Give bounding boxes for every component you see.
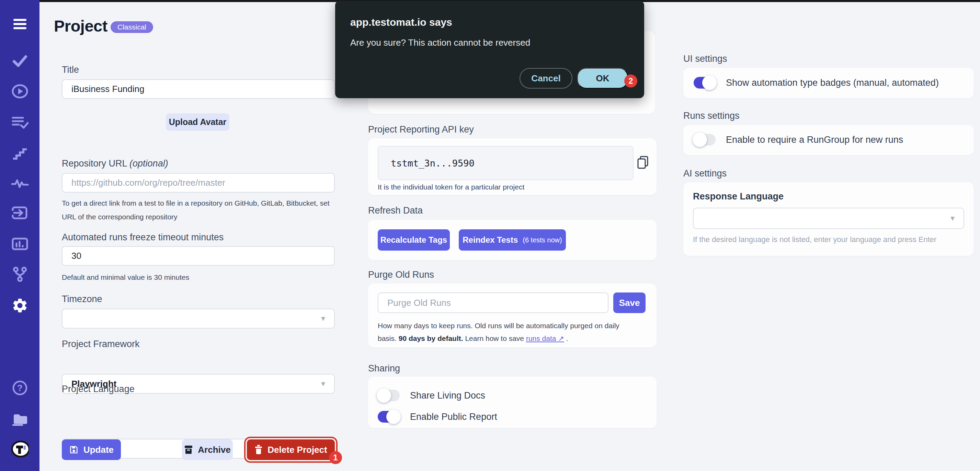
purge-help-text2: Learn how to save [463,334,526,342]
require-rungroup-label: Enable to require a RunGroup for new run… [726,135,903,145]
refresh-data-card: Recalculate Tags Reindex Tests (6 tests … [368,220,657,260]
enable-public-report-row: Enable Public Report [378,411,497,423]
runs-settings-label: Runs settings [683,111,740,121]
freeze-timeout-help: Default and minimal value is 30 minutes [62,271,335,284]
project-type-badge: Classical [111,21,153,33]
update-button[interactable]: Update [62,439,121,460]
purge-old-runs-input-field[interactable] [387,298,599,308]
require-rungroup-row: Enable to require a RunGroup for new run… [694,134,903,146]
title-input[interactable] [62,79,335,99]
external-link-icon: ↗ [558,334,564,342]
automation-badges-label: Show automation type badges (manual, aut… [726,78,939,88]
freeze-timeout-input-field[interactable] [72,251,325,261]
refresh-data-label: Refresh Data [368,205,423,216]
ok-annotation-badge: 2 [624,75,637,88]
ui-settings-label: UI settings [683,54,727,64]
dialog-title: app.testomat.io says [350,16,452,28]
settings-gear-icon[interactable] [11,297,29,315]
upload-avatar-button[interactable]: Upload Avatar [166,113,229,131]
purge-old-runs-input[interactable] [378,293,608,313]
sharing-label: Sharing [368,363,400,374]
sidebar: ? [0,0,40,471]
dialog-cancel-button[interactable]: Cancel [520,68,573,89]
purge-old-runs-card: Save How many days to keep runs. Old run… [368,283,657,347]
repository-url-optional: (optional) [129,158,168,169]
page-title: Project [54,16,108,35]
svg-text:?: ? [17,383,23,393]
freeze-timeout-input[interactable] [62,246,335,266]
freeze-timeout-label: Automated runs freeze timeout minutes [62,232,224,243]
repository-url-help: To get a direct link from a test to file… [62,196,340,224]
project-language-label: Project Language [62,384,135,395]
import-icon[interactable] [11,204,29,222]
branches-icon[interactable] [11,265,29,283]
delete-project-button-label: Delete Project [267,445,327,455]
purge-save-button[interactable]: Save [613,293,646,313]
analytics-icon[interactable] [11,235,29,253]
dialog-ok-button[interactable]: OK [577,68,628,89]
automation-badges-row: Show automation type badges (manual, aut… [694,77,939,89]
ai-settings-label: AI settings [683,168,727,179]
project-framework-label: Project Framework [62,339,140,350]
copy-icon[interactable] [636,156,649,170]
enable-public-report-label: Enable Public Report [410,412,497,422]
repository-url-input[interactable] [62,173,335,193]
reporting-api-key-label: Project Reporting API key [368,124,474,135]
trash-icon [255,445,262,455]
share-living-docs-row: Share Living Docs [378,390,485,401]
repository-url-input-field[interactable] [72,178,325,188]
archive-icon [184,445,193,455]
share-living-docs-label: Share Living Docs [410,390,485,401]
menu-icon[interactable] [11,15,29,33]
sharing-card: Share Living Docs Enable Public Report [368,377,657,428]
reindex-tests-button[interactable]: Reindex Tests (6 tests now) [459,229,566,251]
chevron-down-icon: ▼ [320,380,326,388]
reindex-tests-label: Reindex Tests [463,235,518,245]
require-rungroup-toggle[interactable] [694,134,716,146]
response-language-help: If the desired language is not listed, e… [693,235,936,244]
title-label: Title [62,65,79,75]
runs-data-link[interactable]: runs data ↗ [526,334,564,342]
api-token-help: It is the individual token for a particu… [378,183,524,191]
timezone-label: Timezone [62,294,102,304]
runs-list-icon[interactable] [11,113,29,131]
purge-help: How many days to keep runs. Old runs wil… [378,319,632,345]
logo[interactable] [11,440,29,458]
delete-project-button[interactable]: Delete Project [247,439,335,460]
repository-url-label-text: Repository URL [62,158,129,169]
tests-check-icon[interactable] [11,51,29,69]
share-living-docs-toggle[interactable] [378,390,400,401]
browser-confirm-dialog: app.testomat.io says Are you sure? This … [335,1,644,98]
projects-folder-icon[interactable] [11,410,29,428]
enable-public-report-toggle[interactable] [378,411,400,423]
delete-annotation-badge: 1 [329,451,342,464]
dialog-message: Are you sure? This action cannot be reve… [350,37,530,48]
repository-url-label: Repository URL (optional) [62,158,168,169]
api-token-value[interactable]: tstmt_3n...9590 [378,146,633,180]
reindex-tests-note: (6 tests now) [523,236,562,244]
toggle-knob [386,409,401,424]
response-language-label: Response Language [693,191,784,202]
archive-button[interactable]: Archive [182,439,233,460]
ui-settings-card: Show automation type badges (manual, aut… [683,68,974,98]
automation-badges-toggle[interactable] [694,77,716,89]
title-input-field[interactable] [72,84,325,94]
recalculate-tags-button[interactable]: Recalculate Tags [378,229,450,251]
chevron-down-icon: ▼ [320,315,326,323]
steps-icon[interactable] [11,144,29,162]
run-play-icon[interactable] [11,83,29,100]
ai-settings-card: Response Language ▼ If the desired langu… [683,182,974,256]
runs-settings-card: Enable to require a RunGroup for new run… [683,125,974,155]
toggle-knob [693,132,707,147]
chevron-down-icon: ▼ [949,215,956,223]
timezone-select[interactable]: ▼ [62,309,335,329]
response-language-select[interactable]: ▼ [693,208,964,229]
toggle-knob [377,388,391,403]
purge-old-runs-label: Purge Old Runs [368,269,434,280]
pulse-icon[interactable] [11,174,29,192]
purge-help-text3: . [564,334,568,342]
purge-help-bold: 90 days by default. [399,334,463,342]
help-icon[interactable]: ? [11,379,29,397]
toggle-knob [702,76,717,90]
runs-data-link-label: runs data [526,334,556,342]
